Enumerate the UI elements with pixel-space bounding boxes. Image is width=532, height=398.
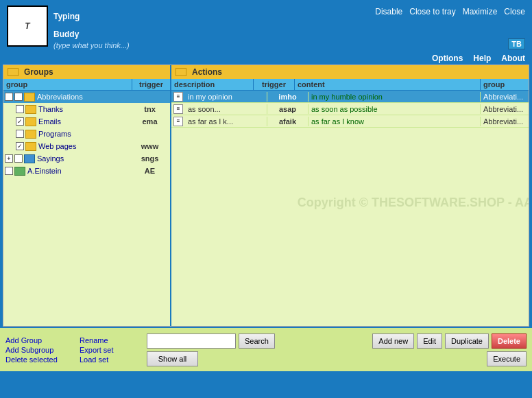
action-trigger: afaik (267, 117, 309, 126)
duplicate-button[interactable]: Duplicate (445, 333, 489, 349)
group-col-header: group (3, 79, 132, 90)
menu-bar: Options Help About (0, 52, 532, 65)
actions-col-header: description trigger content group (171, 79, 529, 91)
groups-panel-header: Groups (3, 65, 171, 79)
add-group-link[interactable]: Add Group (5, 336, 74, 344)
app-tagline: (type what you think...) (53, 41, 130, 49)
search-area: Search Show all (147, 333, 367, 366)
groups-title: Groups (24, 67, 53, 77)
action-trigger: imho (267, 92, 309, 102)
disable-button[interactable]: Disable (375, 7, 402, 16)
group-checkbox[interactable] (16, 105, 24, 113)
list-item[interactable]: Programs (3, 128, 170, 140)
panels-body: group trigger - Abbreviations Thanks tn (3, 79, 529, 326)
bottom-middle-actions: Rename Export set Load set (80, 336, 134, 364)
close-to-tray-button[interactable]: Close to tray (409, 7, 455, 16)
list-item[interactable]: Thanks tnx (3, 103, 170, 115)
group-label: Sayings (37, 154, 131, 163)
expand-icon[interactable]: - (5, 93, 13, 101)
rename-link[interactable]: Rename (80, 336, 134, 344)
table-row[interactable]: ≡ as far as I k... afaik as far as I kno… (171, 115, 529, 128)
group-checkbox[interactable] (5, 167, 13, 175)
folder-icon (25, 130, 36, 139)
main-panels: Groups Actions group trigger - Ab (0, 65, 532, 377)
trigger-value: tnx (131, 105, 169, 113)
folder-icon (25, 142, 36, 151)
group-checkbox[interactable] (14, 93, 23, 101)
delete-selected-link[interactable]: Delete selected (5, 355, 74, 364)
list-item[interactable]: - Abbreviations (3, 91, 170, 103)
help-menu[interactable]: Help (473, 54, 491, 63)
actions-panel-header: Actions (171, 65, 529, 79)
table-row[interactable]: ≡ as soon... asap as soon as possible Ab… (171, 103, 529, 115)
expand-icon[interactable]: + (5, 154, 13, 163)
folder-icon (24, 93, 35, 102)
bottom-left-actions: Add Group Add Subgroup Delete selected (5, 336, 74, 364)
close-button[interactable]: Close (504, 7, 525, 16)
group-col-header: group (481, 79, 529, 90)
action-content: as far as I know (309, 117, 481, 126)
edit-button[interactable]: Edit (417, 333, 442, 349)
app-logo: T (7, 5, 48, 47)
action-buttons-row2: Execute (487, 351, 527, 366)
group-checkbox[interactable] (16, 130, 24, 138)
group-checkbox[interactable] (14, 154, 23, 163)
main-area: Groups Actions group trigger - Ab (3, 65, 529, 327)
groups-panel: group trigger - Abbreviations Thanks tn (3, 79, 171, 326)
action-icon: ≡ (173, 92, 183, 102)
group-label: Web pages (38, 142, 131, 150)
trigger-value: AE (131, 167, 169, 175)
group-checkbox[interactable] (16, 142, 24, 150)
action-icon: ≡ (173, 104, 183, 114)
export-set-link[interactable]: Export set (80, 346, 134, 354)
trigger-value: www (131, 142, 169, 150)
search-input[interactable] (147, 333, 236, 349)
group-label: Emails (38, 117, 131, 126)
actions-title: Actions (192, 67, 222, 77)
list-item[interactable]: Web pages www (3, 140, 170, 152)
show-all-row: Show all (147, 351, 198, 366)
watermark: Copyright © THESOFTWARE.SHOP - AAKOA (298, 196, 529, 210)
group-checkbox[interactable] (16, 117, 24, 126)
bottom-bar: Add Group Add Subgroup Delete selected R… (0, 327, 532, 371)
list-item[interactable]: + Sayings sngs (3, 152, 170, 165)
add-subgroup-link[interactable]: Add Subgroup (5, 346, 74, 354)
show-all-button[interactable]: Show all (147, 351, 198, 366)
group-label: Abbreviations (37, 93, 131, 101)
folder-icon (14, 167, 25, 176)
trigger-col-header: trigger (132, 79, 170, 90)
list-item[interactable]: A.Einstein AE (3, 165, 170, 177)
action-content: as soon as possible (309, 104, 481, 114)
app-name: TypingBuddy (53, 5, 130, 41)
execute-button[interactable]: Execute (487, 351, 527, 366)
add-new-button[interactable]: Add new (372, 333, 414, 349)
actions-panel: description trigger content group ≡ in m… (171, 79, 529, 326)
app-logo-letter: T (25, 21, 29, 31)
trigger-value: sngs (131, 154, 169, 163)
action-group: Abbreviati... (481, 104, 529, 114)
group-label: A.Einstein (27, 167, 131, 175)
search-row: Search (147, 333, 275, 349)
options-menu[interactable]: Options (432, 54, 463, 63)
about-menu[interactable]: About (501, 54, 525, 63)
action-content: in my humble opinion (309, 92, 481, 102)
action-trigger: asap (267, 104, 309, 114)
panels-header: Groups Actions (3, 65, 529, 79)
table-row[interactable]: ≡ in my opinion imho in my humble opinio… (171, 91, 529, 103)
folder-icon (25, 105, 36, 114)
group-label: Thanks (38, 105, 131, 113)
action-buttons-row1: Add new Edit Duplicate Delete (372, 333, 527, 349)
title-bar: T TypingBuddy (type what you think...) D… (0, 0, 532, 52)
tb-badge: TB (508, 38, 525, 49)
action-group: Abbreviati... (481, 117, 529, 126)
delete-button[interactable]: Delete (492, 333, 527, 349)
search-button[interactable]: Search (239, 333, 275, 349)
load-set-link[interactable]: Load set (80, 355, 134, 364)
list-item[interactable]: Emails ema (3, 115, 170, 128)
groups-folder-icon (8, 68, 19, 76)
action-group: Abbreviati... (481, 92, 529, 102)
content-col-header: content (295, 79, 481, 90)
title-controls: Disable Close to tray Maximize Close (375, 7, 525, 16)
trigger-col-header: trigger (254, 79, 295, 90)
maximize-button[interactable]: Maximize (463, 7, 498, 16)
